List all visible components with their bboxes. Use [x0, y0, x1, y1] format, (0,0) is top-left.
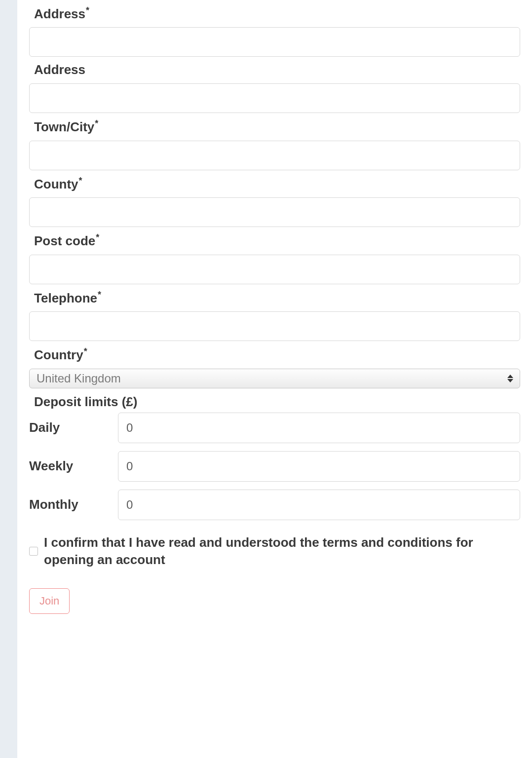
address2-label: Address — [29, 57, 520, 83]
postcode-input[interactable] — [29, 255, 520, 284]
towncity-input[interactable] — [29, 141, 520, 170]
required-mark: * — [95, 118, 98, 128]
daily-label: Daily — [29, 420, 118, 435]
required-mark: * — [84, 346, 87, 356]
limits-row-daily: Daily — [29, 413, 520, 443]
terms-checkbox[interactable] — [29, 547, 38, 556]
postcode-label: Post code* — [29, 227, 520, 254]
required-mark: * — [98, 290, 101, 300]
address2-input[interactable] — [29, 83, 520, 113]
terms-row: I confirm that I have read and understoo… — [29, 534, 520, 568]
daily-input[interactable] — [118, 413, 520, 443]
form-group-county: County* — [29, 170, 520, 227]
required-mark: * — [86, 5, 89, 15]
form-group-address1: Address* — [29, 0, 520, 57]
address1-input[interactable] — [29, 27, 520, 57]
monthly-input[interactable] — [118, 490, 520, 520]
telephone-label: Telephone* — [29, 284, 520, 311]
limits-row-weekly: Weekly — [29, 451, 520, 482]
country-select[interactable]: United Kingdom — [29, 369, 520, 388]
country-label: Country* — [29, 341, 520, 368]
weekly-input[interactable] — [118, 451, 520, 482]
monthly-label: Monthly — [29, 497, 118, 512]
form-group-postcode: Post code* — [29, 227, 520, 284]
address1-label: Address* — [29, 0, 520, 27]
form-group-address2: Address — [29, 57, 520, 113]
county-input[interactable] — [29, 197, 520, 227]
form-group-towncity: Town/City* — [29, 113, 520, 170]
required-mark: * — [96, 232, 99, 242]
terms-label: I confirm that I have read and understoo… — [44, 534, 520, 568]
required-mark: * — [79, 176, 82, 186]
form-group-country: Country* United Kingdom — [29, 341, 520, 388]
form-container: Address* Address Town/City* County* Post… — [17, 0, 532, 758]
form-group-telephone: Telephone* — [29, 284, 520, 341]
towncity-label: Town/City* — [29, 113, 520, 140]
limits-row-monthly: Monthly — [29, 490, 520, 520]
telephone-input[interactable] — [29, 311, 520, 341]
deposit-limits-heading: Deposit limits (£) — [29, 388, 520, 413]
join-button[interactable]: Join — [29, 588, 70, 614]
weekly-label: Weekly — [29, 458, 118, 474]
county-label: County* — [29, 170, 520, 197]
country-select-wrapper: United Kingdom — [29, 369, 520, 388]
